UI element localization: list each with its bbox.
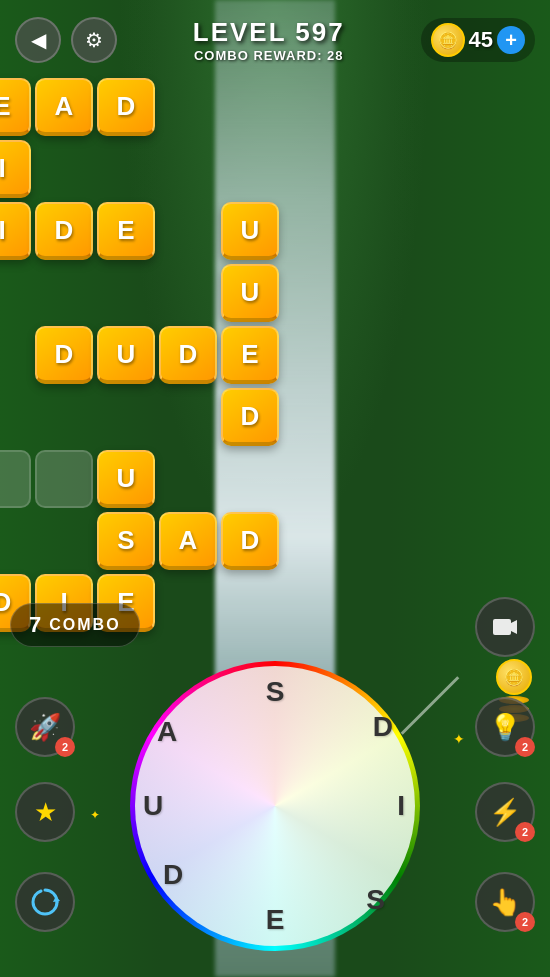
wheel-letter-U1[interactable]: U	[143, 790, 163, 822]
coins-display: 🪙 45 +	[421, 18, 535, 62]
video-button[interactable]	[475, 597, 535, 657]
tile-I2[interactable]: I	[0, 202, 31, 260]
tile-I1[interactable]: I	[0, 140, 31, 198]
tile-E1[interactable]: E	[0, 78, 31, 136]
header-center: LEVEL 597 COMBO REWARD: 28	[193, 17, 345, 63]
tile-E2[interactable]: E	[97, 202, 155, 260]
combo-reward-text: COMBO REWARD: 28	[193, 48, 345, 63]
game-board: D E A D I A S I D E U S U U D U D E A D …	[0, 78, 275, 608]
rocket-button[interactable]: 🚀 2	[15, 697, 75, 757]
diagonal-decoration	[401, 676, 460, 735]
tile-D3[interactable]: D	[35, 202, 93, 260]
coin-icon: 🪙	[431, 23, 465, 57]
tile-D5[interactable]: D	[159, 326, 217, 384]
wheel-letter-A1[interactable]: A	[157, 716, 177, 748]
bulb-button[interactable]: 💡 2	[475, 697, 535, 757]
header-left: ◀ ⚙	[15, 17, 117, 63]
wheel-letter-E1[interactable]: E	[266, 904, 285, 936]
bulb-badge: 2	[515, 737, 535, 757]
letter-wheel[interactable]: S D I S E D U A	[135, 666, 415, 946]
tile-E3[interactable]: E	[221, 326, 279, 384]
wheel-letter-D1[interactable]: D	[373, 711, 393, 743]
tile-D8[interactable]: D	[221, 512, 279, 570]
refresh-button[interactable]	[15, 872, 75, 932]
star-decoration-2: ✦	[90, 808, 100, 822]
tile-U1[interactable]: U	[221, 202, 279, 260]
wheel-letter-S1[interactable]: S	[266, 676, 285, 708]
settings-button[interactable]: ⚙	[71, 17, 117, 63]
wheel-letter-I1[interactable]: I	[397, 790, 405, 822]
tile-D6[interactable]: D	[221, 388, 279, 446]
coin-count: 45	[469, 27, 493, 53]
bottom-area: 7 COMBO 🪙 🚀 2 ★ 💡 2 ⚡ 2	[0, 597, 550, 977]
header: ◀ ⚙ LEVEL 597 COMBO REWARD: 28 🪙 45 +	[0, 0, 550, 80]
tile-U4[interactable]: U	[97, 326, 155, 384]
tile-empty-4	[35, 450, 93, 508]
back-button[interactable]: ◀	[15, 17, 61, 63]
tile-empty-3	[0, 450, 31, 508]
combo-count: 7	[29, 612, 41, 638]
hand-badge: 2	[515, 912, 535, 932]
combo-label: COMBO	[49, 616, 120, 634]
svg-rect-0	[493, 619, 511, 635]
level-title: LEVEL 597	[193, 17, 345, 48]
tile-A1[interactable]: A	[35, 78, 93, 136]
tile-U2[interactable]: U	[221, 264, 279, 322]
tile-S3[interactable]: S	[97, 512, 155, 570]
tile-D4[interactable]: D	[35, 326, 93, 384]
svg-marker-1	[511, 620, 517, 634]
tile-U5[interactable]: U	[97, 450, 155, 508]
combo-badge: 7 COMBO	[10, 603, 140, 647]
tile-A4[interactable]: A	[159, 512, 217, 570]
lightning-button[interactable]: ⚡ 2	[475, 782, 535, 842]
wheel-letter-D2[interactable]: D	[163, 859, 183, 891]
star-decoration-1: ✦	[453, 731, 465, 747]
svg-marker-2	[53, 896, 60, 902]
hand-button[interactable]: 👆 2	[475, 872, 535, 932]
add-coins-button[interactable]: +	[497, 26, 525, 54]
rocket-badge: 2	[55, 737, 75, 757]
lightning-badge: 2	[515, 822, 535, 842]
wheel-letter-S2[interactable]: S	[366, 884, 385, 916]
letter-wheel-container[interactable]: S D I S E D U A	[130, 661, 420, 951]
tile-D2[interactable]: D	[97, 78, 155, 136]
star-button[interactable]: ★	[15, 782, 75, 842]
